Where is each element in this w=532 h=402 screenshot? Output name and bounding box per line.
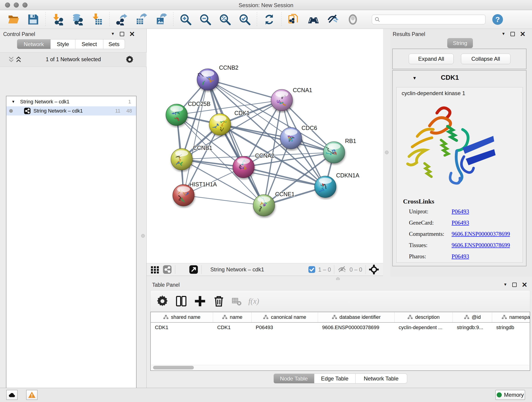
network-row-selected[interactable]: String Network – cdk1 11 48 (6, 106, 136, 115)
add-column-icon[interactable] (194, 295, 206, 307)
save-session-button[interactable] (26, 12, 40, 27)
import-network-from-database-button[interactable] (70, 12, 85, 27)
help-button[interactable]: ? (491, 12, 505, 27)
tab-node-table[interactable]: Node Table (273, 374, 314, 383)
copy-network-button[interactable] (287, 12, 301, 27)
search-input[interactable] (382, 17, 483, 22)
collapse-all-button[interactable]: Collapse All (461, 54, 510, 64)
collapse-panel-icon[interactable]: ▼ (111, 32, 115, 36)
network-node-CCNE1[interactable] (253, 195, 275, 216)
network-node-CDK1[interactable] (209, 114, 231, 135)
network-list: ▼ String Network – cdk1 1 String Network… (6, 96, 137, 402)
network-node-CCNA1[interactable] (271, 89, 293, 111)
vertical-splitter[interactable] (383, 29, 390, 277)
network-options-gear-icon[interactable] (126, 56, 134, 64)
crosslink-link[interactable]: P06493 (452, 253, 469, 260)
crosslink-link[interactable]: 9606.ENSP00000378699 (452, 242, 510, 249)
open-session-button[interactable] (6, 12, 21, 27)
tab-sets[interactable]: Sets (103, 39, 125, 49)
detach-view-icon[interactable] (189, 265, 198, 274)
table-row[interactable]: CDK1CDK1P064939606.ENSP00000378699cyclin… (151, 323, 530, 333)
zoom-selected-button[interactable] (238, 12, 252, 27)
collapse-panel-icon[interactable]: ▼ (501, 32, 505, 36)
network-view-icon[interactable] (163, 265, 172, 274)
column-header-shared-name[interactable]: shared name (151, 312, 213, 322)
birds-eye-view-icon[interactable] (369, 264, 379, 274)
table-cell[interactable]: stringdb:9... (453, 323, 492, 333)
close-panel-icon[interactable]: ✕ (522, 283, 527, 287)
show-hide-button[interactable] (306, 12, 321, 27)
table-cell[interactable]: CDK1 (151, 323, 213, 333)
table-options-gear-icon[interactable] (157, 295, 168, 307)
network-node-CCNB2[interactable] (197, 69, 219, 90)
show-all-button[interactable] (346, 12, 360, 27)
export-network-button[interactable] (114, 12, 129, 27)
float-panel-icon[interactable] (510, 32, 515, 36)
network-node-CCNA2[interactable] (233, 156, 254, 178)
import-network-button[interactable] (51, 12, 65, 27)
column-header-namespace[interactable]: namespace (492, 312, 530, 322)
network-edge-CCNB2-HIST1H1A[interactable] (184, 80, 208, 195)
float-panel-icon[interactable] (512, 283, 517, 287)
search-field[interactable] (372, 15, 486, 24)
network-node-CDC25B[interactable] (166, 104, 187, 126)
close-panel-icon[interactable]: ✕ (520, 32, 526, 36)
tab-select[interactable]: Select (75, 39, 103, 49)
crosslink-link[interactable]: P06493 (452, 208, 469, 215)
crosslink-link[interactable]: 9606.ENSP00000378699 (452, 231, 510, 237)
collection-expand-icon[interactable]: ▼ (12, 100, 15, 104)
hide-selected-button[interactable] (326, 12, 340, 27)
network-node-CCNB1[interactable] (171, 148, 192, 170)
column-header-description[interactable]: description (394, 312, 453, 322)
network-collection-row[interactable]: ▼ String Network – cdk1 1 (6, 97, 136, 106)
grid-view-icon[interactable] (150, 265, 159, 274)
network-name: String Network – cdk1 (33, 108, 83, 114)
table-cell[interactable]: CDK1 (213, 323, 252, 333)
selected-checkbox-icon[interactable] (308, 266, 316, 273)
warnings-button[interactable] (26, 390, 38, 400)
memory-button[interactable]: Memory (495, 390, 525, 400)
network-node-HIST1H1A[interactable] (173, 185, 194, 206)
zoom-out-button[interactable] (198, 12, 212, 27)
table-cell[interactable]: stringdb (492, 323, 530, 333)
import-table-button[interactable] (90, 12, 104, 27)
scrollbar-thumb[interactable] (153, 366, 194, 370)
table-cell[interactable]: 9606.ENSP00000378699 (318, 323, 394, 333)
splitter-handle[interactable] (385, 151, 389, 154)
node-label-CCNB2: CCNB2 (219, 64, 239, 71)
first-neighbors-button[interactable] (262, 12, 276, 27)
table-cell[interactable]: cyclin-dependent ... (394, 323, 453, 333)
zoom-out-icon (199, 13, 211, 26)
zoom-in-button[interactable] (178, 12, 193, 27)
table-horizontal-scrollbar[interactable] (151, 365, 529, 370)
zoom-fit-button[interactable] (218, 12, 232, 27)
column-header-name[interactable]: name (213, 312, 252, 322)
close-panel-icon[interactable]: ✕ (129, 32, 135, 36)
tab-network[interactable]: Network (17, 39, 51, 49)
crosslink-link[interactable]: P06493 (452, 220, 469, 226)
export-table-button[interactable] (134, 12, 148, 27)
show-columns-icon[interactable] (175, 295, 187, 307)
table-cell[interactable]: P06493 (252, 323, 318, 333)
collapse-panel-icon[interactable]: ▼ (503, 282, 507, 287)
panel-splitter-handle[interactable] (141, 234, 145, 238)
float-panel-icon[interactable] (120, 32, 124, 36)
network-node-RB1[interactable] (323, 142, 345, 163)
network-node-CDC6[interactable] (280, 128, 302, 149)
expand-all-button[interactable]: Expand All (409, 54, 454, 64)
tab-string[interactable]: String (447, 38, 473, 48)
toolbar-separator (281, 13, 282, 26)
network-canvas[interactable]: CCNB2CCNA1CDC25BCDK1CDC6RB1CCNB1CCNA2CDK… (147, 29, 383, 263)
tab-edge-table[interactable]: Edge Table (314, 374, 355, 383)
entry-collapse-icon[interactable]: ▼ (412, 76, 417, 81)
cloud-status-button[interactable] (6, 390, 18, 400)
delete-column-icon[interactable] (213, 295, 225, 307)
column-header--id[interactable]: @id (453, 312, 492, 322)
column-header-database-identifier[interactable]: database identifier (318, 312, 394, 322)
network-node-CDKN1A[interactable] (315, 176, 336, 198)
export-image-button[interactable] (154, 12, 168, 27)
column-header-canonical-name[interactable]: canonical name (252, 312, 318, 322)
tab-network-table[interactable]: Network Table (355, 374, 407, 383)
tab-style[interactable]: Style (51, 39, 75, 49)
network-edge-CCNE1-HIST1H1A[interactable] (184, 195, 264, 205)
